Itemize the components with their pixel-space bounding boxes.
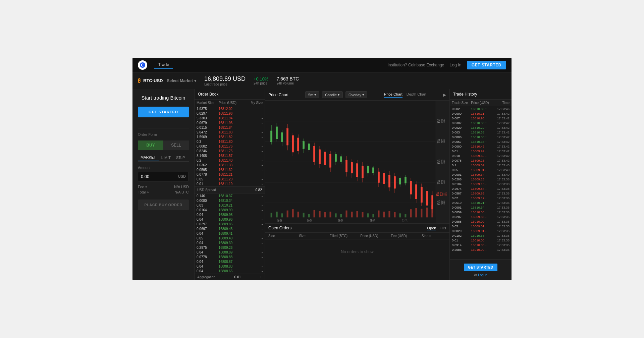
svg-rect-84 — [351, 212, 353, 217]
trade-history-row: 0.208616010.00 ↓17:33:35 — [450, 247, 512, 252]
order-form-sidebar: Start trading Bitcoin GET STARTED Order … — [132, 89, 195, 280]
select-market-dropdown[interactable]: Select Market ▾ — [167, 78, 196, 83]
ask-my-size: - — [240, 163, 263, 167]
bid-row[interactable]: 0.077816808.88- — [195, 255, 265, 259]
bid-row[interactable]: 0.0416808.87- — [195, 259, 265, 264]
chart-expand-icon[interactable]: ▶ — [443, 93, 446, 97]
overlay-btn[interactable]: Overlay▾ — [345, 91, 367, 98]
ask-row[interactable]: 9.047216811.83- — [195, 130, 265, 134]
svg-rect-76 — [308, 214, 310, 217]
stop-tab[interactable]: SToP — [173, 154, 187, 161]
price-chart-title: Price Chart — [268, 93, 288, 97]
trade-history-header: Trade Size Price (USD) Time — [450, 100, 512, 106]
th-price: 16809.25 ↓ — [471, 159, 490, 162]
amount-input[interactable] — [138, 172, 175, 181]
th-size: 0.2974 — [452, 187, 471, 190]
limit-tab[interactable]: LIMIT — [159, 154, 173, 161]
timeframe-btn[interactable]: 5m▾ — [305, 91, 319, 98]
ask-row[interactable]: 0.0516811.20- — [195, 177, 265, 181]
trade-history-row: 0.0216809.17 ↓17:33:36 — [450, 195, 512, 200]
fills-tab[interactable]: Fills — [439, 226, 446, 230]
svg-rect-50 — [362, 166, 363, 178]
price-chart-tab[interactable]: Price Chart — [384, 92, 402, 98]
chart-canvas: $16 850 $16 840 $16 830 $16 820 $16 810.… — [265, 101, 449, 223]
bid-row[interactable]: 0.069716809.43- — [195, 226, 265, 231]
or-text: or Log in — [452, 273, 509, 277]
ask-row[interactable]: 0.077816811.21- — [195, 172, 265, 177]
th-price: 16810.86 ↑ — [471, 107, 490, 111]
ask-row[interactable]: 0.059516811.32- — [195, 167, 265, 172]
th-size: 0.018 — [452, 154, 471, 158]
bid-row[interactable]: 0.016416809.99- — [195, 208, 265, 212]
bid-price: 16809.99 — [219, 208, 241, 212]
bid-row[interactable]: 0.0516809.40- — [195, 236, 265, 240]
ask-row[interactable]: 0.316811.80- — [195, 139, 265, 144]
get-started-history-button[interactable]: GET STARTED — [464, 264, 497, 271]
bid-row[interactable]: 0.14616810.37- — [195, 193, 265, 198]
ask-row[interactable]: 0.008216811.76- — [195, 144, 265, 149]
bid-my-size: - — [240, 260, 263, 264]
ask-row[interactable]: 0.216811.40- — [195, 158, 265, 163]
svg-rect-71 — [281, 213, 283, 217]
bid-row[interactable]: 0.297516809.26- — [195, 245, 265, 250]
ask-row[interactable]: 5.330316811.94- — [195, 116, 265, 120]
ask-row[interactable]: 0.824616811.75- — [195, 149, 265, 153]
th-time: 17:33:42 — [490, 126, 509, 129]
svg-rect-74 — [298, 212, 299, 217]
ask-row[interactable]: 1.590916811.82- — [195, 134, 265, 139]
trade-history-row: 0.007816809.25 ↓17:33:42 — [450, 158, 512, 163]
bid-row[interactable]: 0.0416809.96- — [195, 217, 265, 222]
login-link-history[interactable]: Log in — [478, 273, 487, 277]
bid-my-size: - — [240, 213, 263, 217]
bid-row[interactable]: 0.029716809.85- — [195, 222, 265, 226]
market-tab[interactable]: MARKET — [138, 154, 159, 161]
sell-tab[interactable]: SELL — [163, 140, 189, 150]
trade-history-row: 0.000116810.64 ↑17:33:36 — [450, 205, 512, 210]
bid-my-size: - — [240, 194, 263, 198]
trade-history-row: 0.0516009.01 ↓17:33:35 — [450, 224, 512, 228]
bid-row[interactable]: 0.0416808.83- — [195, 264, 265, 269]
th-size: 0.0001 — [452, 173, 471, 176]
ask-row[interactable]: 1.636216811.33- — [195, 163, 265, 167]
th-size: 0.0287 — [452, 215, 471, 219]
bid-price: 16809.26 — [219, 246, 241, 249]
get-started-nav-button[interactable]: GET STARTED — [467, 61, 506, 69]
bid-my-size: - — [240, 204, 263, 207]
bid-row[interactable]: 0.0416809.39- — [195, 240, 265, 245]
th-size: 0.0057 — [452, 140, 471, 144]
bid-row[interactable]: 0.0416808.89- — [195, 250, 265, 255]
bid-row[interactable]: 0.0416809.41- — [195, 231, 265, 236]
bid-row[interactable]: 0.008016810.34- — [195, 198, 265, 203]
ask-row[interactable]: 0.067916811.93- — [195, 120, 265, 125]
top-nav: Trade Institution? Coinbase Exchange Log… — [132, 58, 512, 72]
trade-history-row: 0.00316810.38 ↑17:33:42 — [450, 130, 512, 134]
price-header: Price (USD) — [219, 101, 241, 105]
depth-chart-tab[interactable]: Depth Chart — [407, 92, 426, 98]
buy-tab[interactable]: BUY — [138, 140, 163, 150]
ask-row[interactable]: 1.937516812.02- — [195, 106, 265, 111]
svg-text:$16 810.86: $16 810.86 — [436, 191, 447, 197]
bid-row[interactable]: 0.0416809.98- — [195, 212, 265, 217]
place-buy-order-button[interactable]: PLACE BUY ORDER — [138, 200, 189, 210]
svg-rect-86 — [362, 212, 363, 218]
ask-row[interactable]: 0.011516811.84- — [195, 125, 265, 130]
th-size: 0.05 — [452, 224, 471, 228]
svg-rect-62 — [415, 185, 417, 199]
ask-price: 16811.76 — [219, 145, 241, 148]
order-book-section: Order Book Market Size Price (USD) My Si… — [195, 89, 265, 280]
open-tab[interactable]: Open — [427, 226, 436, 230]
th-time: 17:33:35 — [490, 220, 509, 223]
ask-row[interactable]: 0.029716811.96- — [195, 111, 265, 116]
login-link[interactable]: Log in — [449, 62, 461, 67]
chart-type-btn[interactable]: Candle▾ — [322, 91, 343, 98]
svg-text:$16 830: $16 830 — [437, 159, 445, 165]
aggregation-plus[interactable]: + — [260, 275, 262, 279]
get-started-sidebar-button[interactable]: GET STARTED — [138, 107, 189, 117]
ask-row[interactable]: 3.140816811.57- — [195, 153, 265, 158]
svg-rect-99 — [431, 205, 433, 217]
trade-tab[interactable]: Trade — [154, 61, 173, 69]
bid-row[interactable]: 0.0416808.65- — [195, 269, 265, 273]
aggregation-value: 0.01 — [234, 275, 241, 279]
bid-row[interactable]: 0.0316810.21- — [195, 203, 265, 208]
ask-row[interactable]: 0.0116811.19- — [195, 181, 265, 186]
